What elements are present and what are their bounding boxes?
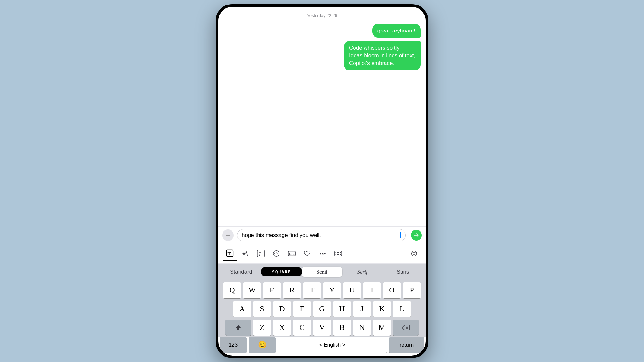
key-X[interactable]: X [273, 320, 291, 336]
return-key[interactable]: return [389, 337, 424, 353]
toolbar-keyboard-icon[interactable] [331, 246, 345, 261]
toolbar-settings-icon[interactable] [407, 246, 421, 261]
key-row-2: A S D F G H J K L [220, 301, 424, 317]
svg-rect-19 [337, 254, 339, 255]
phone-screen: Yesterday 22:26 great keyboard! Code whi… [218, 7, 426, 356]
key-W[interactable]: W [243, 282, 261, 298]
delete-icon [402, 324, 410, 331]
key-row-1: Q W E R T Y U I O P [220, 282, 424, 298]
font-serif-italic[interactable]: Serif [342, 267, 383, 277]
svg-rect-20 [340, 254, 341, 255]
messages-area: Yesterday 22:26 great keyboard! Code whi… [218, 7, 426, 226]
input-bar: + hope this message find you well. [218, 226, 426, 244]
svg-point-7 [273, 250, 279, 256]
key-Z[interactable]: Z [253, 320, 271, 336]
svg-point-22 [413, 252, 415, 255]
font-selector: Standard SQUARE Serif Serif Sans [218, 264, 426, 280]
emoji-key[interactable]: 😊 [249, 337, 276, 353]
key-123[interactable]: 123 [220, 337, 247, 353]
message-timestamp: Yesterday 22:26 [223, 13, 421, 18]
bubble-2: Code whispers softly,Ideas bloom in line… [344, 41, 421, 70]
space-key[interactable]: < English > [278, 337, 387, 353]
key-row-3: Z X C V B N M [220, 320, 424, 336]
key-O[interactable]: O [383, 282, 401, 298]
svg-rect-13 [335, 251, 342, 256]
key-V[interactable]: V [313, 320, 331, 336]
message-input[interactable]: hope this message find you well. [242, 232, 400, 238]
key-P[interactable]: P [403, 282, 421, 298]
key-B[interactable]: B [333, 320, 351, 336]
key-R[interactable]: R [283, 282, 301, 298]
shift-icon [235, 324, 242, 331]
shift-key[interactable] [225, 320, 251, 336]
delete-key[interactable] [393, 320, 419, 336]
key-F[interactable]: F [293, 301, 311, 317]
key-J[interactable]: J [353, 301, 371, 317]
svg-text:✦: ✦ [246, 254, 249, 257]
svg-rect-16 [338, 252, 339, 253]
toolbar-dots-icon[interactable] [316, 246, 330, 261]
toolbar-divider [348, 248, 348, 259]
toolbar-heart-icon[interactable] [300, 246, 314, 261]
add-button[interactable]: + [222, 229, 234, 241]
key-U[interactable]: U [343, 282, 361, 298]
bottom-row: 123 😊 < English > return [218, 337, 426, 356]
svg-rect-14 [336, 252, 336, 253]
send-icon [413, 232, 419, 238]
toolbar-sparkles-icon[interactable]: ✦ ✦ ✦ [238, 246, 252, 261]
svg-text:T: T [228, 251, 231, 256]
font-serif-bold[interactable]: Serif [302, 267, 342, 277]
phone-frame: Yesterday 22:26 great keyboard! Code whi… [216, 4, 428, 358]
text-input-wrapper[interactable]: hope this message find you well. [237, 229, 406, 241]
font-sans[interactable]: Sans [383, 267, 423, 277]
key-N[interactable]: N [353, 320, 371, 336]
svg-rect-15 [337, 252, 338, 253]
key-C[interactable]: C [293, 320, 311, 336]
keyboard-toolbar: T ✦ ✦ ✦ T [218, 244, 426, 264]
key-D[interactable]: D [273, 301, 291, 317]
key-Q[interactable]: Q [223, 282, 241, 298]
key-K[interactable]: K [373, 301, 391, 317]
key-Y[interactable]: Y [323, 282, 341, 298]
key-H[interactable]: H [333, 301, 351, 317]
key-G[interactable]: G [313, 301, 331, 317]
key-M[interactable]: M [373, 320, 391, 336]
toolbar-text-icon[interactable]: T [223, 246, 237, 261]
key-A[interactable]: A [233, 301, 251, 317]
keyboard: Q W E R T Y U I O P A S D F G H J K L [218, 280, 426, 337]
toolbar-text-style-icon[interactable]: T [254, 246, 268, 261]
toolbar-gif-icon[interactable]: GIF [285, 246, 299, 261]
key-E[interactable]: E [263, 282, 281, 298]
svg-text:T: T [258, 251, 262, 257]
messages-container: great keyboard! Code whispers softly,Ide… [223, 24, 421, 70]
bubble-1: great keyboard! [372, 24, 421, 38]
font-square[interactable]: SQUARE [261, 267, 302, 276]
text-cursor [400, 232, 401, 238]
key-T[interactable]: T [303, 282, 321, 298]
font-standard[interactable]: Standard [221, 267, 261, 277]
toolbar-sticker-icon[interactable] [269, 246, 283, 261]
svg-rect-17 [340, 252, 341, 253]
key-L[interactable]: L [393, 301, 411, 317]
send-button[interactable] [411, 230, 422, 241]
svg-text:GIF: GIF [289, 252, 295, 255]
key-S[interactable]: S [253, 301, 271, 317]
key-I[interactable]: I [363, 282, 381, 298]
svg-rect-18 [336, 254, 336, 255]
